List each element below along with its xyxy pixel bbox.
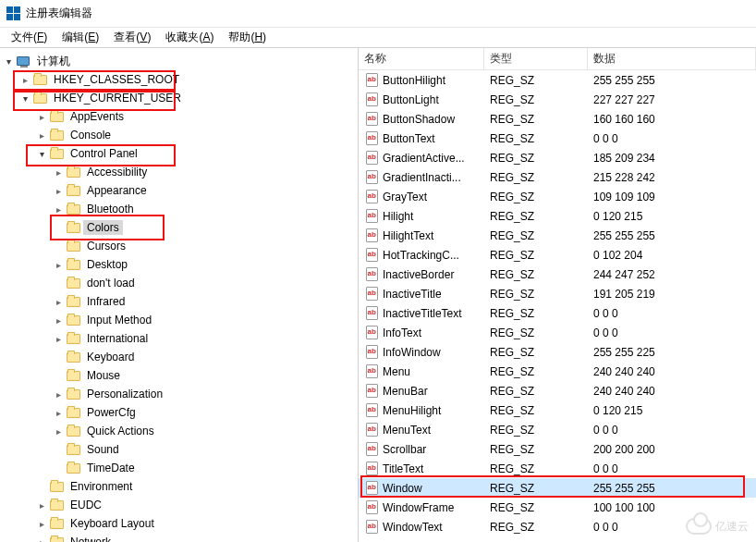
value-type: REG_SZ: [484, 365, 588, 378]
value-row[interactable]: InactiveTitleTextREG_SZ0 0 0: [359, 303, 756, 323]
value-name: MenuBar: [359, 384, 484, 399]
expand-icon[interactable]: [18, 93, 31, 104]
string-value-icon: [364, 442, 379, 457]
value-name: InactiveTitleText: [359, 306, 484, 321]
expand-icon[interactable]: [35, 149, 48, 159]
menu-file[interactable]: 文件(F): [4, 28, 55, 47]
value-row[interactable]: HotTrackingC...REG_SZ0 102 204: [359, 245, 756, 265]
expand-icon[interactable]: [52, 315, 65, 326]
value-type: REG_SZ: [484, 501, 588, 514]
expand-icon[interactable]: [52, 167, 65, 178]
value-data: 227 227 227: [588, 93, 756, 106]
tree-root[interactable]: 计算机: [2, 52, 358, 70]
column-type[interactable]: 类型: [484, 48, 588, 69]
expand-icon[interactable]: [2, 56, 15, 67]
expand-icon[interactable]: [52, 204, 65, 215]
value-row[interactable]: GradientInacti...REG_SZ215 228 242: [359, 167, 756, 187]
value-row[interactable]: GrayTextREG_SZ109 109 109: [359, 187, 756, 206]
string-value-icon: [364, 326, 379, 340]
value-name: InactiveBorder: [359, 267, 484, 282]
expand-icon[interactable]: [52, 334, 65, 344]
value-row[interactable]: ButtonLightREG_SZ227 227 227: [359, 90, 756, 109]
tree-powercfg[interactable]: PowerCfg: [2, 403, 358, 422]
folder-icon: [49, 146, 64, 161]
value-data: 191 205 219: [588, 288, 756, 301]
folder-icon: [66, 331, 80, 346]
tree-quickactions[interactable]: Quick Actions: [2, 422, 358, 440]
string-value-icon: [364, 131, 379, 146]
tree-keyboardlayout[interactable]: Keyboard Layout: [2, 514, 358, 533]
tree-sound[interactable]: Sound: [2, 440, 358, 459]
value-row[interactable]: InfoWindowREG_SZ255 255 225: [359, 342, 756, 362]
value-row[interactable]: InactiveBorderREG_SZ244 247 252: [359, 265, 756, 284]
value-row[interactable]: HilightREG_SZ0 120 215: [359, 206, 756, 226]
expand-icon[interactable]: [35, 112, 48, 122]
value-row[interactable]: ButtonHilightREG_SZ255 255 255: [359, 70, 756, 90]
menu-favorites[interactable]: 收藏夹(A): [158, 28, 221, 47]
tree-dontload[interactable]: don't load: [2, 274, 358, 292]
value-row[interactable]: WindowFrameREG_SZ100 100 100: [359, 498, 756, 517]
tree-timedate[interactable]: TimeDate: [2, 459, 358, 477]
value-row[interactable]: GradientActive...REG_SZ185 209 234: [359, 148, 756, 167]
tree-pane[interactable]: 计算机 HKEY_CLASSES_ROOT HKEY_CURRENT_USER …: [0, 48, 359, 542]
menu-help[interactable]: 帮助(H): [221, 28, 274, 47]
string-value-icon: [364, 248, 379, 263]
expand-icon[interactable]: [35, 130, 48, 141]
tree-desktop[interactable]: Desktop: [2, 255, 358, 274]
column-name[interactable]: 名称: [359, 48, 484, 69]
tree-accessibility[interactable]: Accessibility: [2, 163, 358, 181]
value-row[interactable]: MenuREG_SZ240 240 240: [359, 362, 756, 381]
menu-edit[interactable]: 编辑(E): [55, 28, 106, 47]
value-type: REG_SZ: [484, 443, 588, 456]
expand-icon[interactable]: [52, 408, 65, 418]
tree-international[interactable]: International: [2, 329, 358, 348]
value-row[interactable]: InfoTextREG_SZ0 0 0: [359, 323, 756, 342]
tree-eudc[interactable]: EUDC: [2, 496, 358, 514]
tree-inputmethod[interactable]: Input Method: [2, 311, 358, 329]
list-pane[interactable]: 名称 类型 数据 ButtonHilightREG_SZ255 255 255B…: [359, 48, 756, 542]
tree-cursors[interactable]: Cursors: [2, 237, 358, 255]
value-row[interactable]: HilightTextREG_SZ255 255 255: [359, 226, 756, 245]
expand-icon[interactable]: [35, 519, 48, 529]
tree-environment[interactable]: Environment: [2, 477, 358, 496]
string-value-icon: [364, 112, 379, 127]
tree-infrared[interactable]: Infrared: [2, 292, 358, 311]
tree-hkcu[interactable]: HKEY_CURRENT_USER: [2, 89, 358, 107]
value-row[interactable]: ScrollbarREG_SZ200 200 200: [359, 439, 756, 459]
value-data: 0 120 215: [588, 404, 756, 417]
menu-view[interactable]: 查看(V): [106, 28, 158, 47]
value-row[interactable]: MenuBarREG_SZ240 240 240: [359, 381, 756, 400]
value-name: GradientInacti...: [359, 170, 484, 185]
value-row[interactable]: MenuHilightREG_SZ0 120 215: [359, 400, 756, 420]
tree-personalization[interactable]: Personalization: [2, 385, 358, 403]
tree-keyboard[interactable]: Keyboard: [2, 348, 358, 366]
expand-icon[interactable]: [35, 537, 48, 543]
expand-icon[interactable]: [52, 389, 65, 400]
folder-icon: [66, 294, 80, 309]
expand-icon[interactable]: [52, 186, 65, 196]
tree-colors[interactable]: Colors: [2, 218, 358, 237]
value-row[interactable]: WindowTextREG_SZ0 0 0: [359, 517, 756, 536]
expand-icon[interactable]: [35, 500, 48, 511]
tree-appevents[interactable]: AppEvents: [2, 107, 358, 126]
tree-network[interactable]: Network: [2, 533, 358, 542]
value-row[interactable]: ButtonShadowREG_SZ160 160 160: [359, 109, 756, 129]
value-row[interactable]: TitleTextREG_SZ0 0 0: [359, 459, 756, 478]
value-row[interactable]: WindowREG_SZ255 255 255: [359, 478, 756, 498]
value-row[interactable]: InactiveTitleREG_SZ191 205 219: [359, 284, 756, 303]
tree-appearance[interactable]: Appearance: [2, 181, 358, 200]
expand-icon[interactable]: [52, 260, 65, 270]
expand-icon[interactable]: [18, 75, 31, 85]
value-type: REG_SZ: [484, 404, 588, 417]
tree-console[interactable]: Console: [2, 126, 358, 144]
expand-icon[interactable]: [52, 297, 65, 307]
column-data[interactable]: 数据: [588, 48, 756, 69]
folder-icon: [49, 479, 64, 494]
tree-bluetooth[interactable]: Bluetooth: [2, 200, 358, 218]
expand-icon[interactable]: [52, 426, 65, 437]
tree-hkcr[interactable]: HKEY_CLASSES_ROOT: [2, 70, 358, 89]
tree-controlpanel[interactable]: Control Panel: [2, 144, 358, 163]
tree-mouse[interactable]: Mouse: [2, 366, 358, 385]
value-row[interactable]: ButtonTextREG_SZ0 0 0: [359, 129, 756, 148]
value-row[interactable]: MenuTextREG_SZ0 0 0: [359, 420, 756, 439]
